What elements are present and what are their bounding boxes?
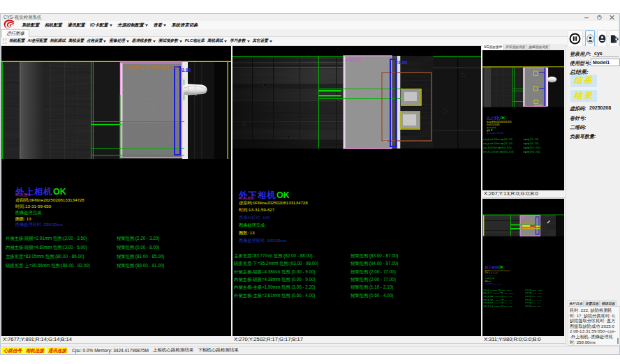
exit-button[interactable]: [609, 30, 619, 47]
ai-box-label: AI检测框: [345, 57, 362, 62]
measure-alarm-range: 报警范围:(1.10 - 2.10): [525, 302, 540, 304]
toolbar-button[interactable]: 离线设置: [68, 38, 84, 44]
toolbar-button[interactable]: PLC地址库: [185, 38, 205, 44]
menu-item[interactable]: 相机配置: [45, 22, 62, 29]
app-window: CYS-视觉检测系统 系统配置: [0, 0, 620, 364]
measure-text: 内侧主极-主极=1.90mm 范围:(1.00 - 2.20): [234, 285, 316, 291]
toolbar-button-label: 测试项参数: [158, 38, 178, 44]
toolbar-button[interactable]: 基准线参数: [132, 38, 156, 44]
menu-item[interactable]: 通讯配置: [67, 22, 84, 29]
status-badge: 相机连接: [24, 347, 45, 354]
user-switch-button[interactable]: [597, 30, 606, 47]
camera-upper-overlay-mini: 外上相机OK NG光图:1 虚拟码:0Ffiline20250208133134…: [483, 115, 559, 156]
toolbar-dropdown-arrow: [103, 40, 106, 43]
camera-image-upper: 补偿阈值:93, 动态阈值:100 93.88: [1, 60, 231, 160]
toolbar-dropdown-arrow: [247, 40, 250, 43]
toolbar-button[interactable]: 其它设置: [253, 38, 272, 44]
toolbar-button[interactable]: 点检设置: [87, 38, 106, 44]
camera-result: OK: [53, 187, 66, 197]
status-badge: 心跳信号: [2, 347, 23, 354]
ng-frame-view[interactable]: 外上相机OK NG光图:1 虚拟码:0Ffiline20250208133134…: [482, 50, 564, 190]
tab-fault-frames[interactable]: 故障画面浏览: [527, 44, 550, 50]
pause-button[interactable]: [568, 30, 583, 47]
time-line: 时间:13-31-59-650: [15, 204, 51, 210]
menu-item[interactable]: IO卡配置: [90, 22, 112, 29]
menu-item-label: 系统配置: [22, 22, 39, 29]
minimize-button[interactable]: [584, 15, 590, 20]
log-box[interactable]: 耗时: 222, 缺陷检测耗时: 17, 缺陷分类耗时: 0, 缺陷提取分区耗时…: [568, 306, 620, 346]
measure-text: 外侧主极-隔膜=4.38mm 范围:(0.00 - 9.00): [234, 269, 316, 275]
close-button[interactable]: [609, 15, 615, 20]
browse-frame-image: [482, 209, 564, 241]
toolbar-dropdown-arrow: [179, 40, 182, 43]
measure-alarm-range: 报警范围:(81.00 - 85.00): [523, 146, 540, 149]
turns-line: 圈数: 13: [485, 280, 491, 282]
toolbar-button[interactable]: AI使用配置: [27, 38, 47, 44]
tab-settings-log[interactable]: 设置日志: [584, 301, 600, 306]
measure-text: 隔膜宽度-上=90.56mm 范围:(88.00 - 92.00): [483, 151, 514, 154]
measure-alarm-range: 报警范围:(81.00 - 85.00): [117, 254, 164, 260]
turns-line: 圈数: 13: [239, 230, 255, 236]
toolbar-button-label: 相机配置: [9, 38, 24, 44]
toolbar-items: 相机配置 AI使用配置 相机调试 离线设置 点检设置: [9, 38, 272, 44]
tab-exec-log[interactable]: 执行日志: [568, 301, 584, 306]
measure-text: 隔膜宽度-下=95.24mm 范围:(93.00 - 98.00): [483, 292, 514, 294]
toolbar-button[interactable]: 相机配置: [9, 38, 24, 44]
cost-line: 图像处理耗时: 258.00ms: [487, 132, 503, 135]
maximize-button[interactable]: [596, 15, 603, 20]
virtual-code-label: 虚拟码:: [570, 105, 586, 112]
menu-item-label: IO卡配置: [90, 22, 108, 29]
toolbar-button[interactable]: 学习参数: [230, 38, 249, 44]
menu-item[interactable]: 系统语言切换: [171, 22, 198, 29]
menu-item-label: 系统语言切换: [171, 22, 198, 29]
toolbar-button-label: 学习参数: [230, 38, 245, 44]
camera-lower-overlay-mini: 外下相机OK NG光图:0 虚拟码:0Ffiline20250208133134…: [483, 265, 559, 306]
cpu-memory-text: Cpu: 0.0% Memory: 3424.41796875M: [72, 348, 149, 353]
measure-text: 主极宽度=83.77mm 范围:(82.00 - 88.00): [234, 253, 313, 259]
user-login-button[interactable]: [585, 30, 595, 47]
tab-count-label: 负极耳数量:: [570, 133, 596, 140]
tab-run-image[interactable]: 运行图像: [1, 29, 29, 37]
model-field[interactable]: Model1: [591, 59, 620, 66]
measure-alarm-range: 报警范围:(2.20 - 3.20): [117, 236, 159, 242]
browse-frame-view[interactable]: 外下相机OK NG光图:0 虚拟码:0Ffiline20250208133134…: [482, 199, 564, 336]
camera-view-upper[interactable]: 补偿阈值:93, 动态阈值:100 93.88 外上相机OK NG光图:1 虚拟…: [1, 46, 231, 336]
measure-alarm-range: 报警范围:(94.00 - 97.00): [525, 292, 542, 294]
measure-text: 主极宽度=83.05mm 范围:(80.00 - 86.00): [6, 254, 84, 260]
toolbar-button-label: 图像处理: [109, 38, 124, 44]
toolbar-button-label: 其它设置: [253, 38, 268, 44]
toolbar-dropdown-arrow: [224, 40, 227, 43]
tab-ng-display[interactable]: NG画面显示: [482, 44, 504, 50]
camera-view-lower[interactable]: AI检测框 23.80 外下相机OK NG光图:0 虚拟码:0Ffiline20…: [232, 46, 481, 336]
mini-yellow-vline: [483, 215, 484, 236]
toolbar-button[interactable]: 相机调试: [50, 38, 65, 44]
cost-line: 图像处理耗时: 183.00ms: [485, 283, 502, 285]
toolbar-button[interactable]: 图像处理: [109, 38, 128, 44]
toolbar-button[interactable]: 离线调试: [207, 38, 227, 44]
log-scrollbar-thumb[interactable]: [617, 338, 619, 344]
menu-item[interactable]: 查看: [153, 22, 166, 29]
ai-cost-line: 图像AI耗时: 168: [239, 215, 270, 221]
toolbar-dropdown-arrow: [270, 40, 272, 43]
menu-item[interactable]: 系统配置: [22, 22, 39, 29]
menu-item[interactable]: 光源控制配置: [117, 22, 148, 29]
toolbar-dropdown-arrow: [126, 40, 129, 43]
toolbar-button[interactable]: 测试项参数: [158, 38, 182, 44]
threshold-overlay-text: 补偿阈值:93, 动态阈值:100: [124, 64, 179, 70]
menu-dropdown-arrow: [145, 24, 148, 26]
measure-alarm-range: 报警范围:(0.00 - 8.00): [523, 142, 538, 145]
status-badges: 心跳信号相机连接通讯连接: [2, 347, 69, 354]
tab-all-frames[interactable]: 所有画面浏览: [504, 44, 527, 50]
needle-number-label: 卷针号:: [570, 115, 586, 122]
measure-text: 主极宽度=83.77mm 范围:(82.00 - 88.00): [483, 289, 512, 291]
ng-frame-image: [482, 66, 564, 109]
measure-alarm-range: 报警范围:(83.00 - 87.00): [525, 289, 542, 291]
tab-error-log[interactable]: 错误日志: [600, 301, 616, 306]
camera-image-lower: AI检测框 23.80: [232, 54, 481, 149]
login-user-field[interactable]: [592, 51, 619, 57]
measure-alarm-range: 报警范围:(2.00 - 77.00): [525, 296, 541, 298]
tab-strip: 运行图像: [1, 29, 618, 37]
coords-lower: X:270;Y:2502;R:17;G:17;B:17: [232, 336, 482, 344]
time-line: 时间:13-31-59-627: [239, 207, 274, 213]
measure-text: 隔膜宽度-上=90.56mm 范围:(88.00 - 92.00): [6, 263, 90, 269]
